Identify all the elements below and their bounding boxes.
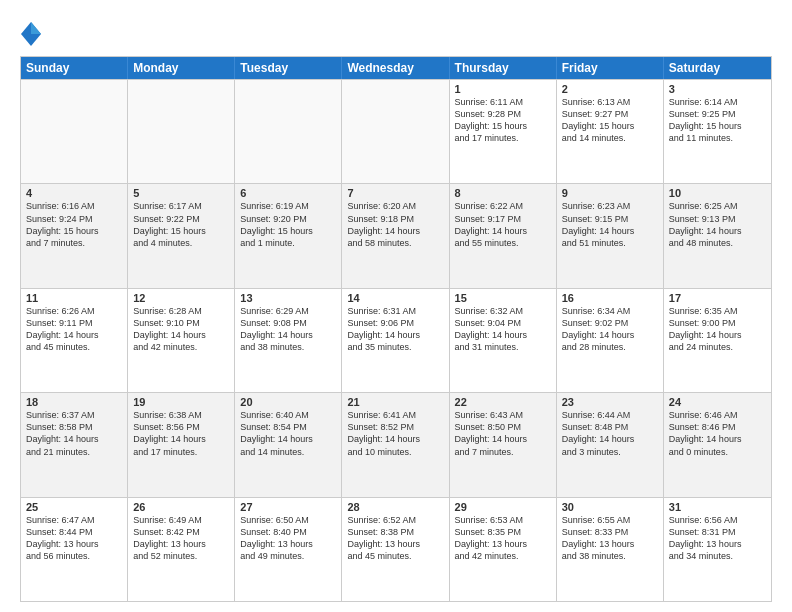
day-cell-2: 2Sunrise: 6:13 AM Sunset: 9:27 PM Daylig…: [557, 80, 664, 183]
day-info: Sunrise: 6:55 AM Sunset: 8:33 PM Dayligh…: [562, 514, 658, 563]
day-number: 30: [562, 501, 658, 513]
day-number: 1: [455, 83, 551, 95]
logo: [20, 20, 42, 48]
calendar-body: 1Sunrise: 6:11 AM Sunset: 9:28 PM Daylig…: [21, 79, 771, 601]
day-cell-16: 16Sunrise: 6:34 AM Sunset: 9:02 PM Dayli…: [557, 289, 664, 392]
day-number: 15: [455, 292, 551, 304]
day-info: Sunrise: 6:13 AM Sunset: 9:27 PM Dayligh…: [562, 96, 658, 145]
day-info: Sunrise: 6:52 AM Sunset: 8:38 PM Dayligh…: [347, 514, 443, 563]
day-number: 28: [347, 501, 443, 513]
day-number: 16: [562, 292, 658, 304]
day-number: 13: [240, 292, 336, 304]
day-cell-20: 20Sunrise: 6:40 AM Sunset: 8:54 PM Dayli…: [235, 393, 342, 496]
day-number: 10: [669, 187, 766, 199]
header-day-wednesday: Wednesday: [342, 57, 449, 79]
day-cell-31: 31Sunrise: 6:56 AM Sunset: 8:31 PM Dayli…: [664, 498, 771, 601]
header-day-sunday: Sunday: [21, 57, 128, 79]
day-number: 9: [562, 187, 658, 199]
day-info: Sunrise: 6:23 AM Sunset: 9:15 PM Dayligh…: [562, 200, 658, 249]
empty-cell: [128, 80, 235, 183]
header: [20, 16, 772, 48]
day-number: 23: [562, 396, 658, 408]
day-info: Sunrise: 6:31 AM Sunset: 9:06 PM Dayligh…: [347, 305, 443, 354]
day-info: Sunrise: 6:44 AM Sunset: 8:48 PM Dayligh…: [562, 409, 658, 458]
day-info: Sunrise: 6:53 AM Sunset: 8:35 PM Dayligh…: [455, 514, 551, 563]
header-day-friday: Friday: [557, 57, 664, 79]
calendar-row-1: 4Sunrise: 6:16 AM Sunset: 9:24 PM Daylig…: [21, 183, 771, 287]
header-day-thursday: Thursday: [450, 57, 557, 79]
day-cell-3: 3Sunrise: 6:14 AM Sunset: 9:25 PM Daylig…: [664, 80, 771, 183]
day-cell-30: 30Sunrise: 6:55 AM Sunset: 8:33 PM Dayli…: [557, 498, 664, 601]
day-number: 17: [669, 292, 766, 304]
day-number: 8: [455, 187, 551, 199]
day-cell-11: 11Sunrise: 6:26 AM Sunset: 9:11 PM Dayli…: [21, 289, 128, 392]
day-cell-25: 25Sunrise: 6:47 AM Sunset: 8:44 PM Dayli…: [21, 498, 128, 601]
calendar-row-2: 11Sunrise: 6:26 AM Sunset: 9:11 PM Dayli…: [21, 288, 771, 392]
day-cell-18: 18Sunrise: 6:37 AM Sunset: 8:58 PM Dayli…: [21, 393, 128, 496]
day-number: 18: [26, 396, 122, 408]
header-day-monday: Monday: [128, 57, 235, 79]
page: SundayMondayTuesdayWednesdayThursdayFrid…: [0, 0, 792, 612]
day-number: 3: [669, 83, 766, 95]
day-cell-5: 5Sunrise: 6:17 AM Sunset: 9:22 PM Daylig…: [128, 184, 235, 287]
day-info: Sunrise: 6:22 AM Sunset: 9:17 PM Dayligh…: [455, 200, 551, 249]
day-number: 14: [347, 292, 443, 304]
day-cell-12: 12Sunrise: 6:28 AM Sunset: 9:10 PM Dayli…: [128, 289, 235, 392]
day-cell-1: 1Sunrise: 6:11 AM Sunset: 9:28 PM Daylig…: [450, 80, 557, 183]
calendar: SundayMondayTuesdayWednesdayThursdayFrid…: [20, 56, 772, 602]
day-cell-27: 27Sunrise: 6:50 AM Sunset: 8:40 PM Dayli…: [235, 498, 342, 601]
day-info: Sunrise: 6:49 AM Sunset: 8:42 PM Dayligh…: [133, 514, 229, 563]
day-cell-17: 17Sunrise: 6:35 AM Sunset: 9:00 PM Dayli…: [664, 289, 771, 392]
calendar-row-4: 25Sunrise: 6:47 AM Sunset: 8:44 PM Dayli…: [21, 497, 771, 601]
day-cell-22: 22Sunrise: 6:43 AM Sunset: 8:50 PM Dayli…: [450, 393, 557, 496]
day-info: Sunrise: 6:28 AM Sunset: 9:10 PM Dayligh…: [133, 305, 229, 354]
day-cell-8: 8Sunrise: 6:22 AM Sunset: 9:17 PM Daylig…: [450, 184, 557, 287]
day-info: Sunrise: 6:26 AM Sunset: 9:11 PM Dayligh…: [26, 305, 122, 354]
day-number: 20: [240, 396, 336, 408]
day-info: Sunrise: 6:41 AM Sunset: 8:52 PM Dayligh…: [347, 409, 443, 458]
day-number: 25: [26, 501, 122, 513]
header-day-saturday: Saturday: [664, 57, 771, 79]
day-cell-9: 9Sunrise: 6:23 AM Sunset: 9:15 PM Daylig…: [557, 184, 664, 287]
day-number: 22: [455, 396, 551, 408]
day-info: Sunrise: 6:56 AM Sunset: 8:31 PM Dayligh…: [669, 514, 766, 563]
day-number: 26: [133, 501, 229, 513]
calendar-row-0: 1Sunrise: 6:11 AM Sunset: 9:28 PM Daylig…: [21, 79, 771, 183]
header-day-tuesday: Tuesday: [235, 57, 342, 79]
day-cell-15: 15Sunrise: 6:32 AM Sunset: 9:04 PM Dayli…: [450, 289, 557, 392]
day-cell-4: 4Sunrise: 6:16 AM Sunset: 9:24 PM Daylig…: [21, 184, 128, 287]
day-info: Sunrise: 6:17 AM Sunset: 9:22 PM Dayligh…: [133, 200, 229, 249]
day-info: Sunrise: 6:40 AM Sunset: 8:54 PM Dayligh…: [240, 409, 336, 458]
day-info: Sunrise: 6:32 AM Sunset: 9:04 PM Dayligh…: [455, 305, 551, 354]
day-number: 27: [240, 501, 336, 513]
day-info: Sunrise: 6:47 AM Sunset: 8:44 PM Dayligh…: [26, 514, 122, 563]
day-number: 11: [26, 292, 122, 304]
day-cell-28: 28Sunrise: 6:52 AM Sunset: 8:38 PM Dayli…: [342, 498, 449, 601]
day-info: Sunrise: 6:34 AM Sunset: 9:02 PM Dayligh…: [562, 305, 658, 354]
day-info: Sunrise: 6:35 AM Sunset: 9:00 PM Dayligh…: [669, 305, 766, 354]
day-cell-10: 10Sunrise: 6:25 AM Sunset: 9:13 PM Dayli…: [664, 184, 771, 287]
day-number: 12: [133, 292, 229, 304]
day-cell-7: 7Sunrise: 6:20 AM Sunset: 9:18 PM Daylig…: [342, 184, 449, 287]
day-number: 5: [133, 187, 229, 199]
day-info: Sunrise: 6:14 AM Sunset: 9:25 PM Dayligh…: [669, 96, 766, 145]
day-info: Sunrise: 6:46 AM Sunset: 8:46 PM Dayligh…: [669, 409, 766, 458]
day-cell-24: 24Sunrise: 6:46 AM Sunset: 8:46 PM Dayli…: [664, 393, 771, 496]
day-number: 24: [669, 396, 766, 408]
day-info: Sunrise: 6:29 AM Sunset: 9:08 PM Dayligh…: [240, 305, 336, 354]
logo-icon: [20, 20, 42, 48]
day-number: 6: [240, 187, 336, 199]
calendar-row-3: 18Sunrise: 6:37 AM Sunset: 8:58 PM Dayli…: [21, 392, 771, 496]
day-number: 2: [562, 83, 658, 95]
svg-marker-1: [31, 22, 41, 34]
day-info: Sunrise: 6:37 AM Sunset: 8:58 PM Dayligh…: [26, 409, 122, 458]
day-cell-23: 23Sunrise: 6:44 AM Sunset: 8:48 PM Dayli…: [557, 393, 664, 496]
day-info: Sunrise: 6:38 AM Sunset: 8:56 PM Dayligh…: [133, 409, 229, 458]
day-number: 29: [455, 501, 551, 513]
day-info: Sunrise: 6:50 AM Sunset: 8:40 PM Dayligh…: [240, 514, 336, 563]
day-cell-29: 29Sunrise: 6:53 AM Sunset: 8:35 PM Dayli…: [450, 498, 557, 601]
day-info: Sunrise: 6:20 AM Sunset: 9:18 PM Dayligh…: [347, 200, 443, 249]
day-number: 4: [26, 187, 122, 199]
empty-cell: [235, 80, 342, 183]
day-number: 19: [133, 396, 229, 408]
